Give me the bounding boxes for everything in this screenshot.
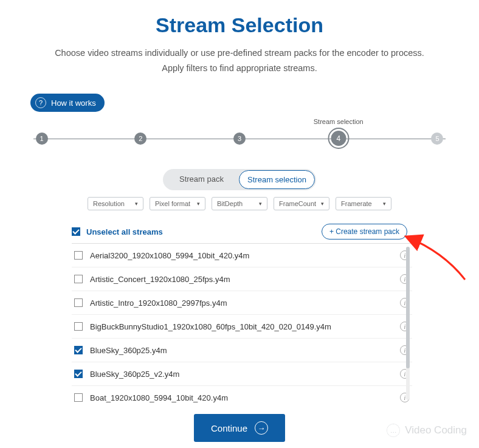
filter-framecount[interactable]: FrameCount▾: [274, 197, 329, 210]
stream-checkbox[interactable]: [74, 322, 83, 331]
watermark: … Video Coding: [387, 424, 467, 437]
list-item[interactable]: Artistic_Intro_1920x1080_2997fps.y4mi: [72, 291, 412, 315]
stream-list: Aerial3200_1920x1080_5994_10bit_420.y4mi…: [72, 243, 412, 405]
question-icon: ?: [35, 97, 46, 108]
list-item[interactable]: BlueSky_360p25.y4mi: [72, 339, 412, 362]
step-3[interactable]: 3: [233, 133, 246, 145]
step-2[interactable]: 2: [134, 133, 146, 145]
stream-name: BlueSky_360p25_v2.y4m: [90, 370, 400, 379]
progress-stepper: Stream selection 1 2 3 4 5: [33, 130, 446, 148]
filter-bitdepth[interactable]: BitDepth▾: [212, 197, 267, 210]
stream-checkbox[interactable]: [74, 251, 83, 260]
stream-checkbox[interactable]: [74, 346, 83, 354]
unselect-all-button[interactable]: Unselect all streams: [72, 227, 163, 236]
stream-name: Aerial3200_1920x1080_5994_10bit_420.y4m: [90, 251, 400, 260]
stream-name: Boat_1920x1080_5994_10bit_420.y4m: [90, 393, 400, 402]
annotation-arrow: [404, 234, 471, 284]
subtitle-line2: Apply filters to find appropriate stream…: [162, 63, 317, 73]
arrow-right-icon: →: [255, 421, 268, 435]
list-item[interactable]: Aerial3200_1920x1080_5994_10bit_420.y4mi: [72, 244, 412, 267]
page-title: Stream Selection: [0, 13, 479, 37]
step-4-active[interactable]: 4: [328, 128, 349, 149]
filter-label: FrameCount: [279, 200, 316, 207]
step-label-active: Stream selection: [314, 118, 364, 125]
stream-checkbox[interactable]: [74, 298, 83, 307]
mode-tabs: Stream pack Stream selection: [163, 169, 316, 190]
list-item[interactable]: Boat_1920x1080_5994_10bit_420.y4mi: [72, 386, 412, 405]
filter-framerate[interactable]: Framerate▾: [336, 197, 391, 210]
filter-label: Resolution: [93, 200, 125, 207]
stream-name: BlueSky_360p25.y4m: [90, 346, 400, 355]
stream-name: BigBuckBunnyStudio1_1920x1080_60fps_10bi…: [90, 322, 400, 331]
create-stream-pack-button[interactable]: + Create stream pack: [322, 224, 407, 240]
subtitle-line1: Choose video streams individually or use…: [55, 48, 424, 58]
stream-checkbox[interactable]: [74, 370, 83, 378]
step-5: 5: [431, 133, 443, 145]
chevron-down-icon: ▾: [259, 201, 262, 207]
unselect-all-checkbox[interactable]: [72, 227, 80, 236]
list-item[interactable]: Artistic_Concert_1920x1080_25fps.y4mi: [72, 267, 412, 291]
filters-row: Resolution▾Pixel format▾BitDepth▾FrameCo…: [88, 197, 391, 210]
list-item[interactable]: BlueSky_360p25_v2.y4mi: [72, 362, 412, 386]
filter-label: Framerate: [341, 200, 372, 207]
step-4-number: 4: [331, 131, 346, 146]
stream-name: Artistic_Concert_1920x1080_25fps.y4m: [90, 275, 400, 284]
filter-label: Pixel format: [155, 200, 190, 207]
filter-resolution[interactable]: Resolution▾: [88, 197, 143, 210]
stream-checkbox[interactable]: [74, 393, 83, 402]
how-it-works-label: How it works: [51, 98, 96, 108]
filter-pixel-format[interactable]: Pixel format▾: [150, 197, 205, 210]
page-subtitle: Choose video streams individually or use…: [0, 46, 479, 75]
scrollbar-thumb[interactable]: [406, 247, 410, 368]
continue-button[interactable]: Continue →: [194, 414, 285, 442]
stream-checkbox[interactable]: [74, 275, 83, 283]
tab-stream-pack[interactable]: Stream pack: [164, 170, 239, 189]
stream-name: Artistic_Intro_1920x1080_2997fps.y4m: [90, 298, 400, 308]
step-1[interactable]: 1: [36, 133, 48, 145]
how-it-works-button[interactable]: ? How it works: [30, 94, 105, 112]
list-item[interactable]: BigBuckBunnyStudio1_1920x1080_60fps_10bi…: [72, 315, 412, 339]
continue-label: Continue: [211, 423, 247, 433]
chevron-down-icon: ▾: [383, 201, 386, 207]
watermark-icon: …: [387, 424, 400, 437]
chevron-down-icon: ▾: [321, 201, 324, 207]
watermark-text: Video Coding: [405, 424, 467, 436]
filter-label: BitDepth: [217, 200, 243, 207]
scrollbar[interactable]: [406, 247, 410, 400]
chevron-down-icon: ▾: [135, 201, 138, 207]
chevron-down-icon: ▾: [197, 201, 200, 207]
list-header: Unselect all streams + Create stream pac…: [72, 224, 407, 240]
tab-stream-selection[interactable]: Stream selection: [239, 170, 315, 189]
unselect-all-label: Unselect all streams: [86, 227, 163, 236]
